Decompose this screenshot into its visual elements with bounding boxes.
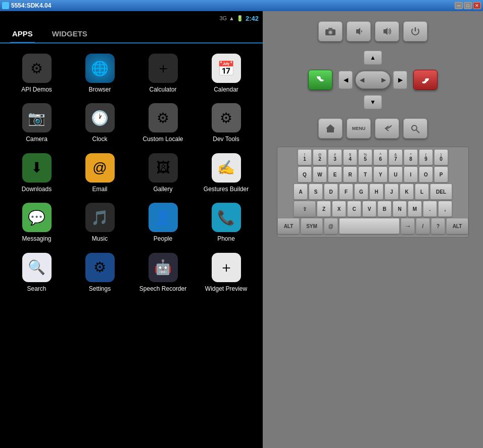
key-C[interactable]: C (347, 201, 361, 217)
key-8[interactable]: *8 (404, 149, 418, 165)
dpad-left-arrow: ◀ (360, 76, 364, 83)
app-phone[interactable]: 📞Phone (195, 198, 258, 247)
app-browser[interactable]: 🌐Browser (68, 49, 131, 98)
key-9[interactable]: (9 (419, 149, 433, 165)
dpad-right-button[interactable]: ▶ (393, 71, 407, 89)
volume-up-button[interactable] (375, 21, 399, 41)
key-5[interactable]: %5 (358, 149, 372, 165)
app-api-demos[interactable]: ⚙API Demos (5, 49, 68, 98)
app-camera[interactable]: 📷Camera (5, 98, 68, 148)
dpad-center[interactable]: ◀ ▶ (355, 71, 391, 89)
key-T[interactable]: T (358, 166, 372, 183)
dpad-up-button[interactable]: ▲ (364, 51, 382, 65)
app-custom-locale[interactable]: ⚙Custom Locale (131, 98, 195, 148)
key-X[interactable]: X (332, 201, 346, 217)
key-6[interactable]: ^6 (373, 149, 388, 165)
key-?[interactable]: ? (431, 218, 445, 234)
key-I[interactable]: I (404, 166, 418, 183)
app-calculator[interactable]: ＋Calculator (131, 49, 195, 98)
svg-marker-4 (356, 28, 360, 35)
end-call-button[interactable] (413, 70, 438, 90)
key-ALT[interactable]: ALT (277, 218, 300, 234)
app-search[interactable]: 🔍Search (5, 248, 68, 297)
key-Q[interactable]: Q (298, 166, 312, 183)
app-messaging[interactable]: 💬Messaging (5, 198, 68, 247)
volume-down-button[interactable] (347, 21, 371, 41)
power-button[interactable] (403, 21, 427, 41)
dpad-left-button[interactable]: ◀ (339, 71, 353, 89)
home-button[interactable] (318, 118, 343, 139)
app-widget-preview[interactable]: ＋Widget Preview (195, 248, 258, 297)
minimize-button[interactable]: ─ (455, 2, 463, 9)
key-Z[interactable]: Z (317, 201, 331, 217)
app-clock[interactable]: 🕐Clock (68, 98, 131, 148)
calendar-label: Calendar (214, 86, 238, 93)
close-button[interactable]: ✕ (473, 2, 481, 9)
app-calendar[interactable]: 📅Calendar (195, 49, 258, 98)
key-W[interactable]: W (313, 166, 327, 183)
app-downloads[interactable]: ⬇Downloads (5, 148, 68, 198)
key-/[interactable]: / (416, 218, 430, 234)
key-N[interactable]: N (393, 201, 407, 217)
messaging-icon: 💬 (22, 203, 52, 232)
key-4[interactable]: $4 (343, 149, 357, 165)
key-.[interactable]: . (423, 201, 437, 217)
key-,[interactable]: , (438, 201, 452, 217)
key-R[interactable]: R (343, 166, 357, 183)
search-ctrl-button[interactable] (403, 118, 427, 139)
key-K[interactable]: K (400, 184, 414, 200)
call-button[interactable] (308, 70, 332, 90)
key-DEL[interactable]: DEL (430, 184, 452, 200)
key-SYM[interactable]: SYM (301, 218, 323, 234)
svg-point-7 (412, 125, 417, 130)
app-gallery[interactable]: 🖼Gallery (131, 148, 195, 198)
svg-marker-6 (326, 124, 335, 132)
custom-locale-label: Custom Locale (142, 136, 183, 143)
key-@[interactable]: @ (324, 218, 338, 234)
top-control-row (318, 21, 427, 41)
maximize-button[interactable]: □ (464, 2, 472, 9)
calendar-icon: 📅 (212, 54, 241, 83)
app-settings[interactable]: ⚙Settings (68, 248, 131, 297)
key-D[interactable]: D (324, 184, 338, 200)
app-people[interactable]: 👤People (131, 198, 195, 247)
tab-widgets[interactable]: WIDGETS (50, 25, 89, 43)
camera-button[interactable] (318, 21, 343, 41)
key-shift[interactable]: ⇧ (294, 201, 316, 217)
key-H[interactable]: H (369, 184, 383, 200)
key-2[interactable]: @2 (313, 149, 327, 165)
dpad-right-arrow: ▶ (381, 76, 386, 83)
key-U[interactable]: U (389, 166, 403, 183)
key-F[interactable]: F (339, 184, 353, 200)
key-L[interactable]: L (415, 184, 429, 200)
key-G[interactable]: G (354, 184, 368, 200)
menu-button[interactable]: MENU (347, 118, 371, 139)
app-dev-tools[interactable]: ⚙Dev Tools (195, 98, 258, 148)
key-1[interactable]: !1 (298, 149, 312, 165)
key-3[interactable]: #3 (328, 149, 342, 165)
key-A[interactable]: A (294, 184, 308, 200)
app-speech[interactable]: 🤖Speech Recorder (131, 248, 195, 297)
people-label: People (154, 235, 172, 242)
key-J[interactable]: J (384, 184, 399, 200)
back-button[interactable] (375, 118, 399, 139)
key-7[interactable]: &7 (389, 149, 403, 165)
clock-label: Clock (92, 136, 107, 143)
key-B[interactable]: B (377, 201, 392, 217)
dpad-down-button[interactable]: ▼ (364, 95, 382, 109)
key-V[interactable]: V (362, 201, 376, 217)
tab-apps[interactable]: APPS (10, 25, 35, 43)
key-S[interactable]: S (309, 184, 323, 200)
key-P[interactable]: P (434, 166, 448, 183)
key-→[interactable]: → (401, 218, 415, 234)
app-gestures[interactable]: ✍Gestures Builder (195, 148, 258, 198)
key-ALT[interactable]: ALT (446, 218, 468, 234)
key-Y[interactable]: Y (373, 166, 388, 183)
app-email[interactable]: @Email (68, 148, 131, 198)
key-O[interactable]: O (419, 166, 433, 183)
key-E[interactable]: E (328, 166, 342, 183)
key-M[interactable]: M (408, 201, 422, 217)
key-0[interactable]: )0 (434, 149, 448, 165)
key-space[interactable] (339, 218, 400, 234)
app-music[interactable]: 🎵Music (68, 198, 131, 247)
